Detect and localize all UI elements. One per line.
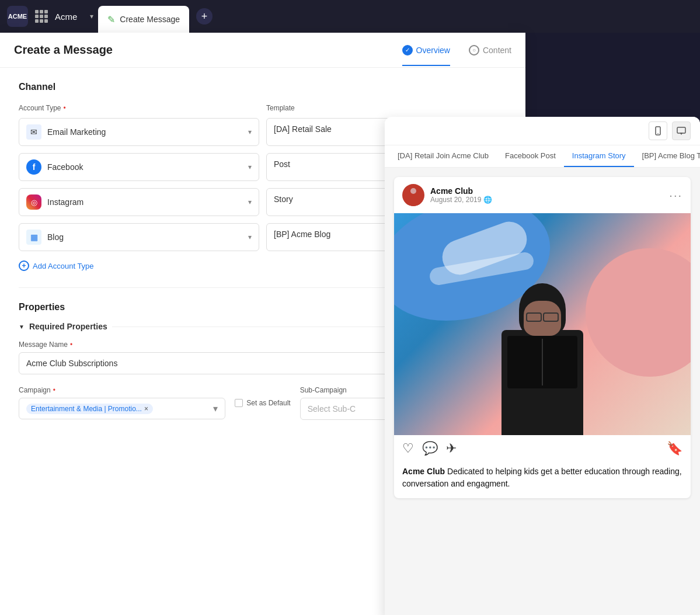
overview-tab-label: Overview [416,46,450,55]
ig-avatar [402,184,424,206]
account-type-column-header: Account Type • [19,104,259,112]
blog-account-type-select[interactable]: ▦ Blog ▾ [19,223,259,251]
globe-icon: 🌐 [483,196,492,204]
bookmark-icon[interactable]: 🔖 [667,441,682,456]
preview-tab-blog-template[interactable]: [BP] Acme Blog Template [634,145,700,167]
desktop-view-toggle[interactable] [672,121,691,140]
plus-circle-icon: + [19,260,29,271]
ig-post-actions: ♡ 💬 ✈ 🔖 [394,435,691,462]
blog-icon: ▦ [26,230,41,245]
preview-content: Acme Club August 20, 2019 🌐 ··· [385,168,700,615]
ig-post-caption: Acme Club Dedicated to helping kids get … [394,462,691,498]
required-dot: • [70,340,72,349]
facebook-account-type-select[interactable]: f Facebook ▾ [19,153,259,181]
app-name: Acme [55,12,77,22]
campaign-field: Campaign • Entertainment & Media | Promo… [19,386,225,419]
set-as-default-field: Set as Default [235,386,290,411]
chevron-down-icon: ▾ [248,163,252,171]
tab-edit-icon: ✎ [107,14,115,25]
person-figure [502,277,583,435]
campaign-label: Campaign • [19,386,225,394]
sub-campaign-placeholder: Select Sub-C [308,404,356,414]
svg-rect-2 [677,127,685,133]
channel-section-title: Channel [19,82,507,92]
template-column-header: Template [266,104,507,112]
tab-label: Create Message [120,15,180,24]
email-account-type-select[interactable]: ✉ Email Marketing ▾ [19,118,259,146]
facebook-icon: f [26,159,41,175]
preview-tabs: [DA] Retail Join Acme Club Facebook Post… [385,145,700,168]
instagram-icon: ◎ [26,194,41,210]
svg-point-1 [657,133,659,134]
tabs-navigation: ✓ Overview ○ Content [402,45,511,66]
preview-tab-facebook-post[interactable]: Facebook Post [497,145,564,167]
svg-point-7 [410,188,416,194]
remove-tag-icon[interactable]: × [144,405,148,413]
app-logo: ACME [7,6,28,27]
comment-icon[interactable]: 💬 [422,441,438,456]
required-dot: • [53,386,55,394]
ig-username: Acme Club [430,186,663,196]
like-icon[interactable]: ♡ [402,441,414,456]
svg-point-6 [406,197,421,206]
ig-caption-username: Acme Club [402,467,445,476]
grid-icon[interactable] [35,10,48,23]
bg-shape-pink [586,248,691,377]
panel-header: Create a Message ✓ Overview ○ Content [0,33,525,68]
ig-post-header: Acme Club August 20, 2019 🌐 ··· [394,177,691,213]
chevron-down-icon[interactable]: ▾ [90,12,93,20]
set-as-default-label: Set as Default [235,399,290,407]
required-indicator: • [64,104,66,112]
collapse-icon[interactable]: ▼ [19,324,25,330]
new-tab-button[interactable]: + [196,8,213,25]
overview-check-icon: ✓ [402,45,413,55]
content-check-icon: ○ [469,45,479,55]
preview-toolbar [385,117,700,145]
preview-tab-instagram-story[interactable]: Instagram Story [564,145,634,167]
campaign-select[interactable]: Entertainment & Media | Promotio... × ▾ [19,398,225,419]
set-as-default-checkbox[interactable] [235,399,243,407]
tab-content[interactable]: ○ Content [469,45,511,66]
tab-overview[interactable]: ✓ Overview [402,45,450,66]
chevron-down-icon: ▾ [248,128,252,136]
email-icon: ✉ [26,124,41,140]
share-icon[interactable]: ✈ [446,441,457,456]
chevron-down-icon: ▾ [213,403,218,414]
ig-post-image [394,213,691,435]
top-bar: ACME Acme ▾ ✎ Create Message + [0,0,700,33]
instagram-post-card: Acme Club August 20, 2019 🌐 ··· [394,177,691,498]
page-title: Create a Message [14,43,113,67]
ig-more-options[interactable]: ··· [669,189,682,202]
create-message-tab[interactable]: ✎ Create Message [98,6,189,33]
mobile-view-toggle[interactable] [649,121,667,140]
preview-tab-retail-join[interactable]: [DA] Retail Join Acme Club [389,145,497,167]
preview-panel: [DA] Retail Join Acme Club Facebook Post… [385,117,700,615]
ig-post-meta: August 20, 2019 🌐 [430,196,663,204]
content-tab-label: Content [483,46,511,55]
instagram-account-type-select[interactable]: ◎ Instagram ▾ [19,188,259,216]
chevron-down-icon: ▾ [248,198,252,206]
ig-user-info: Acme Club August 20, 2019 🌐 [430,186,663,204]
campaign-tag: Entertainment & Media | Promotio... × [26,404,153,414]
chevron-down-icon: ▾ [248,233,252,241]
